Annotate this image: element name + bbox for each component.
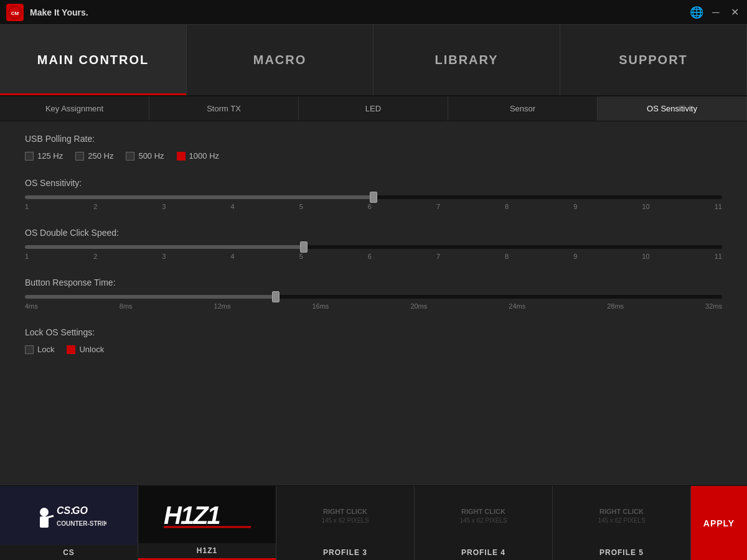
subtab-os-sensitivity[interactable]: OS Sensitivity bbox=[598, 96, 747, 121]
profile-3[interactable]: RIGHT CLICK 145 x 62 PIXELS PROFILE 3 bbox=[276, 486, 415, 560]
profile-3-label: PROFILE 3 bbox=[276, 545, 414, 560]
profile-3-right-click: RIGHT CLICK bbox=[323, 508, 367, 515]
svg-text:GO: GO bbox=[72, 505, 88, 516]
app-title: Make It Yours. bbox=[30, 7, 88, 17]
tab-macro[interactable]: MACRO bbox=[187, 25, 374, 95]
os-sensitivity-slider[interactable]: 1 2 3 4 5 6 7 8 9 10 11 bbox=[25, 195, 722, 210]
profile-5-dimensions: 145 x 62 PIXELS bbox=[598, 517, 645, 524]
button-response-slider[interactable]: 4ms 8ms 12ms 16ms 20ms 24ms 28ms 32ms bbox=[25, 295, 722, 310]
profile-h1z1-label: H1Z1 bbox=[138, 543, 276, 558]
os-double-click-section: OS Double Click Speed: 1 2 3 4 5 6 7 8 9… bbox=[25, 228, 722, 260]
language-icon[interactable]: 🌐 bbox=[690, 6, 703, 19]
profile-5-placeholder: RIGHT CLICK 145 x 62 PIXELS bbox=[598, 486, 645, 545]
polling-500hz-checkbox[interactable] bbox=[126, 152, 134, 161]
os-sensitivity-thumb[interactable] bbox=[370, 192, 377, 203]
button-response-section: Button Response Time: 4ms 8ms 12ms 16ms … bbox=[25, 278, 722, 310]
main-navigation: MAIN CONTROL MACRO LIBRARY SUPPORT bbox=[0, 25, 747, 96]
coolermaster-logo: CM bbox=[6, 4, 24, 21]
profile-h1z1-image: H1Z1 bbox=[138, 486, 276, 543]
svg-text:COUNTER-STRIKE: COUNTER-STRIKE bbox=[57, 520, 106, 527]
os-double-click-thumb[interactable] bbox=[300, 241, 308, 253]
svg-text:H1Z1: H1Z1 bbox=[164, 502, 220, 529]
tab-support[interactable]: SUPPORT bbox=[560, 25, 747, 95]
close-button[interactable]: ✕ bbox=[728, 6, 741, 18]
subtab-storm-tx[interactable]: Storm TX bbox=[149, 96, 299, 121]
polling-125hz-label: 125 Hz bbox=[37, 151, 63, 161]
profile-bar: CS: GO COUNTER-STRIKE CS H1Z1 H1Z1 RIGHT… bbox=[0, 485, 747, 560]
profile-3-dimensions: 145 x 62 PIXELS bbox=[321, 517, 369, 524]
button-response-track bbox=[25, 295, 722, 299]
profile-cs-image: CS: GO COUNTER-STRIKE bbox=[0, 486, 138, 545]
polling-250hz-checkbox[interactable] bbox=[75, 152, 84, 161]
profile-4-label: PROFILE 4 bbox=[415, 545, 552, 560]
button-response-fill bbox=[25, 295, 276, 299]
lock-os-settings-options: Lock Unlock bbox=[25, 345, 722, 354]
os-sensitivity-fill bbox=[25, 195, 374, 199]
polling-1000hz-label: 1000 Hz bbox=[189, 151, 219, 161]
polling-250hz-label: 250 Hz bbox=[88, 151, 113, 161]
tab-library[interactable]: LIBRARY bbox=[374, 25, 560, 95]
profile-3-image: RIGHT CLICK 145 x 62 PIXELS bbox=[276, 486, 414, 545]
lock-option[interactable]: Lock bbox=[25, 345, 54, 354]
os-sensitivity-ticks: 1 2 3 4 5 6 7 8 9 10 11 bbox=[25, 203, 722, 210]
polling-1000hz-checkbox[interactable] bbox=[177, 152, 186, 161]
profile-h1z1[interactable]: H1Z1 H1Z1 bbox=[138, 486, 276, 560]
lock-checkbox[interactable] bbox=[25, 345, 34, 354]
polling-1000hz[interactable]: 1000 Hz bbox=[177, 151, 219, 161]
profile-5[interactable]: RIGHT CLICK 145 x 62 PIXELS PROFILE 5 bbox=[553, 486, 691, 560]
svg-text:CM: CM bbox=[11, 11, 19, 16]
profile-cs[interactable]: CS: GO COUNTER-STRIKE CS bbox=[0, 486, 138, 560]
profile-4-dimensions: 145 x 62 PIXELS bbox=[459, 517, 507, 524]
lock-label: Lock bbox=[37, 345, 54, 354]
profile-4-placeholder: RIGHT CLICK 145 x 62 PIXELS bbox=[459, 486, 507, 545]
title-bar: CM Make It Yours. 🌐 ─ ✕ bbox=[0, 0, 747, 25]
apply-button[interactable]: APPLY bbox=[691, 486, 747, 560]
profile-cs-label: CS bbox=[0, 545, 138, 560]
button-response-ticks: 4ms 8ms 12ms 16ms 20ms 24ms 28ms 32ms bbox=[25, 302, 722, 310]
tab-main-control[interactable]: MAIN CONTROL bbox=[0, 25, 187, 95]
title-bar-left: CM Make It Yours. bbox=[6, 4, 88, 21]
polling-500hz-label: 500 Hz bbox=[138, 151, 164, 161]
profile-5-right-click: RIGHT CLICK bbox=[599, 508, 644, 515]
sub-navigation: Key Assignment Storm TX LED Sensor OS Se… bbox=[0, 96, 747, 121]
subtab-led[interactable]: LED bbox=[299, 96, 448, 121]
polling-125hz[interactable]: 125 Hz bbox=[25, 151, 63, 161]
os-double-click-track bbox=[25, 245, 722, 249]
os-double-click-fill bbox=[25, 245, 304, 249]
profile-4-right-click: RIGHT CLICK bbox=[461, 508, 505, 515]
unlock-option[interactable]: Unlock bbox=[67, 345, 104, 354]
main-content: USB Polling Rate: 125 Hz 250 Hz 500 Hz 1… bbox=[0, 121, 747, 485]
unlock-checkbox[interactable] bbox=[67, 345, 75, 354]
lock-os-settings-label: Lock OS Settings: bbox=[25, 327, 722, 337]
os-double-click-ticks: 1 2 3 4 5 6 7 8 9 10 11 bbox=[25, 253, 722, 260]
profile-4-image: RIGHT CLICK 145 x 62 PIXELS bbox=[415, 486, 552, 545]
usb-polling-rate-label: USB Polling Rate: bbox=[25, 134, 722, 144]
os-sensitivity-section: OS Sensitivity: 1 2 3 4 5 6 7 8 9 10 11 bbox=[25, 178, 722, 210]
profile-5-label: PROFILE 5 bbox=[553, 545, 690, 560]
profile-5-image: RIGHT CLICK 145 x 62 PIXELS bbox=[553, 486, 690, 545]
lock-os-settings-section: Lock OS Settings: Lock Unlock bbox=[25, 327, 722, 354]
minimize-button[interactable]: ─ bbox=[710, 7, 722, 18]
svg-point-2 bbox=[40, 508, 49, 516]
profile-4[interactable]: RIGHT CLICK 145 x 62 PIXELS PROFILE 4 bbox=[415, 486, 553, 560]
os-double-click-slider[interactable]: 1 2 3 4 5 6 7 8 9 10 11 bbox=[25, 245, 722, 260]
usb-polling-rate-section: USB Polling Rate: 125 Hz 250 Hz 500 Hz 1… bbox=[25, 134, 722, 161]
usb-polling-rate-options: 125 Hz 250 Hz 500 Hz 1000 Hz bbox=[25, 151, 722, 161]
profile-3-placeholder: RIGHT CLICK 145 x 62 PIXELS bbox=[321, 486, 369, 545]
unlock-label: Unlock bbox=[79, 345, 104, 354]
title-bar-controls: 🌐 ─ ✕ bbox=[690, 6, 741, 19]
os-sensitivity-label: OS Sensitivity: bbox=[25, 178, 722, 188]
polling-250hz[interactable]: 250 Hz bbox=[75, 151, 113, 161]
polling-500hz[interactable]: 500 Hz bbox=[126, 151, 164, 161]
svg-text:CS:: CS: bbox=[57, 505, 74, 516]
os-double-click-label: OS Double Click Speed: bbox=[25, 228, 722, 238]
button-response-thumb[interactable] bbox=[272, 291, 280, 302]
polling-125hz-checkbox[interactable] bbox=[25, 152, 34, 161]
button-response-label: Button Response Time: bbox=[25, 278, 722, 287]
subtab-key-assignment[interactable]: Key Assignment bbox=[0, 96, 149, 121]
os-sensitivity-track bbox=[25, 195, 722, 199]
subtab-sensor[interactable]: Sensor bbox=[448, 96, 598, 121]
